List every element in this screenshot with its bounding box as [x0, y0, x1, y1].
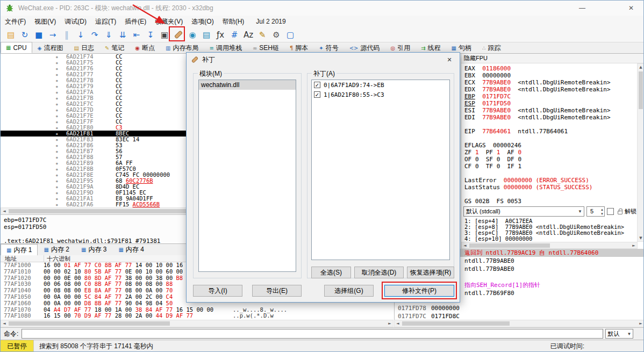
module-list[interactable]: wechatwin.dll	[198, 80, 296, 272]
module-item[interactable]: wechatwin.dll	[199, 80, 296, 90]
register-row[interactable]: ESP 0171FD50	[464, 100, 637, 107]
breakpoint-dot[interactable]: ●	[56, 89, 62, 95]
register-row[interactable]: OF 0 SF 0 DF 0	[464, 156, 637, 163]
memory-tab-3[interactable]: ▦内存 3	[75, 244, 112, 255]
register-row[interactable]: EFLAGS 00000246	[464, 142, 637, 149]
memory-row[interactable]: 77AF108016 15 00 70 D9 AF 77 28 00 2A 00…	[1, 313, 393, 319]
scroll-right-arrow[interactable]: ►	[638, 320, 644, 327]
breakpoint-dot[interactable]: ●	[56, 202, 62, 207]
run-to-user-code-icon[interactable]: ↧	[144, 28, 158, 42]
patch-checkbox[interactable]: ✓	[314, 82, 320, 88]
register-row[interactable]: ESI 77B9ABE0 <ntdll.DbgUiRemoteBreakin>	[464, 107, 637, 114]
tab-threads[interactable]: ⇉线程	[416, 42, 446, 53]
minimize-button[interactable]: —	[570, 1, 595, 16]
scroll-thumb[interactable]	[9, 209, 202, 213]
menu-item-plugins[interactable]: 插件(E)	[120, 16, 151, 27]
command-profile-select[interactable]: 默认 ▼	[605, 329, 633, 339]
memory-horizontal-scrollbar[interactable]: ◄ ►	[1, 320, 393, 327]
scroll-thumb[interactable]	[469, 243, 550, 248]
breakpoint-dot[interactable]: ●	[56, 190, 62, 196]
stack-row[interactable]: 0171FD7800000000	[395, 304, 644, 312]
menu-item-view[interactable]: 视图(V)	[30, 16, 60, 27]
calling-convention-select[interactable]: 默认 (stdcall) ▼	[463, 206, 584, 217]
register-row[interactable]: EBX 00000000	[464, 72, 637, 79]
breakpoint-dot[interactable]: ●	[56, 77, 62, 83]
register-row[interactable]: EAX 01186000	[464, 65, 637, 72]
unlock-checkbox[interactable]	[607, 208, 614, 215]
patch-checkbox[interactable]: ✓	[314, 91, 320, 98]
menu-item-trace[interactable]: 追踪(T)	[91, 16, 120, 27]
scroll-thumb[interactable]	[9, 321, 170, 326]
scroll-up-arrow[interactable]: ▲	[638, 64, 644, 70]
breakpoint-dot[interactable]: ●	[56, 101, 62, 107]
register-row[interactable]: LastError 00000000 (ERROR_SUCCESS)	[464, 177, 637, 184]
argument-row[interactable]: 4: [esp+10] 00000000	[464, 236, 642, 242]
memory-tab-1[interactable]: ▦内存 1	[1, 244, 38, 255]
menu-item-options[interactable]: 选项(O)	[187, 16, 218, 27]
register-row[interactable]: GS 002B FS 0053	[464, 198, 637, 205]
registers-horizontal-scrollbar[interactable]: ◄ ►	[461, 242, 638, 249]
notes-icon[interactable]: ✎	[255, 28, 269, 42]
breakpoint-dot[interactable]: ●	[56, 148, 62, 154]
stepper-arrows-icon[interactable]: ▲▼	[600, 207, 604, 216]
execute-till-return-icon[interactable]: ⇤	[130, 28, 144, 42]
breakpoint-dot[interactable]: ●	[56, 142, 62, 148]
tab-call-stack[interactable]: ≡调用堆栈	[204, 42, 247, 53]
tab-symbols[interactable]: ✦符号	[313, 42, 344, 53]
patch-list[interactable]: ✓0|6A7F1AD9:74->EB✓1|6AD21F80:55->C3	[311, 80, 450, 260]
breakpoint-dot[interactable]: ●	[56, 107, 62, 113]
hash-icon[interactable]: #	[227, 28, 241, 42]
register-row[interactable]: EDX 77B9ABE0 <ntdll.DbgUiRemoteBreakin>	[464, 86, 637, 93]
register-row[interactable]: ZF 1 PF 1 AF 0	[464, 149, 637, 156]
step-over-icon[interactable]: ↷	[88, 28, 102, 42]
fx-icon[interactable]: ƒx	[213, 28, 227, 42]
breakpoint-dot[interactable]: ●	[56, 160, 62, 166]
breakpoint-dot[interactable]: ●	[56, 125, 62, 131]
restart-icon[interactable]: ↻	[18, 28, 32, 42]
register-row[interactable]	[464, 121, 637, 128]
trace-into-icon[interactable]: ⇓	[102, 28, 116, 42]
menu-item-debug[interactable]: 调试(D)	[60, 16, 91, 27]
patch-item[interactable]: ✓1|6AD21F80:55->C3	[312, 90, 449, 99]
trace-over-icon[interactable]: ⇊	[116, 28, 130, 42]
register-row[interactable]	[464, 135, 637, 142]
run-icon[interactable]: →	[46, 28, 60, 42]
menu-item-help[interactable]: 帮助(H)	[218, 16, 249, 27]
tab-references[interactable]: ◎引用	[385, 42, 416, 53]
breakpoint-dot[interactable]: ●	[56, 66, 62, 71]
register-row[interactable]	[464, 191, 637, 198]
scroll-left-arrow[interactable]: ◄	[462, 242, 468, 249]
scroll-left-arrow[interactable]: ◄	[395, 320, 401, 327]
display-icon[interactable]: ▢	[283, 28, 297, 42]
scroll-left-arrow[interactable]: ◄	[1, 320, 8, 327]
registers-vertical-scrollbar[interactable]: ▲ ▼	[637, 63, 644, 242]
register-row[interactable]	[464, 170, 637, 177]
compare-icon[interactable]: ◉	[185, 28, 199, 42]
breakpoint-dot[interactable]: ●	[56, 184, 62, 190]
breakpoint-dot[interactable]: ●	[56, 60, 62, 66]
restore-selection-button[interactable]: 恢复选择项(R)	[407, 267, 454, 278]
export-button[interactable]: 导出(E)	[252, 285, 302, 297]
stack-horizontal-scrollbar[interactable]: ◄ ►	[394, 320, 644, 327]
tab-handles[interactable]: ▦句柄	[446, 42, 477, 53]
tab-graph[interactable]: ◈流程图	[32, 42, 69, 53]
breakpoint-dot[interactable]: ●	[56, 137, 62, 142]
close-button[interactable]: ✕	[619, 1, 643, 16]
register-row[interactable]: EDI 77B9ABE0 <ntdll.DbgUiRemoteBreakin>	[464, 114, 637, 121]
breakpoint-dot[interactable]: ●	[56, 119, 62, 125]
scroll-thumb[interactable]	[639, 71, 643, 109]
scroll-right-arrow[interactable]: ►	[631, 242, 637, 249]
scroll-right-arrow[interactable]: ►	[387, 320, 393, 327]
select-all-button[interactable]: 全选(S)	[311, 267, 351, 278]
tab-breakpoints[interactable]: ◉断点	[130, 42, 160, 53]
scroll-left-arrow[interactable]: ◄	[1, 208, 8, 214]
argument-depth-stepper[interactable]: 5 ▲▼	[586, 206, 605, 217]
breakpoint-dot[interactable]: ●	[56, 131, 62, 137]
register-row[interactable]: EIP 77B64061 ntdll.77B64061	[464, 128, 637, 135]
dialog-close-button[interactable]: ✕	[439, 53, 460, 67]
breakpoint-dot[interactable]: ●	[56, 166, 62, 172]
tab-notes[interactable]: ✎笔记	[99, 42, 130, 53]
breakpoint-dot[interactable]: ●	[56, 83, 62, 89]
strings-icon[interactable]: Az	[241, 28, 255, 42]
tab-trace[interactable]: ∴跟踪	[477, 42, 506, 53]
